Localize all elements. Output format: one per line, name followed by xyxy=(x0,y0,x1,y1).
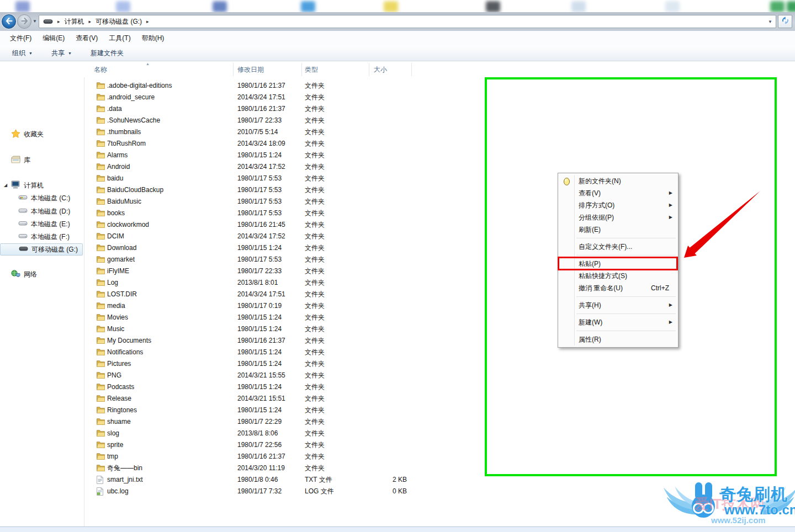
column-header[interactable]: 类型 xyxy=(305,62,318,77)
file-type: LOG 文件 xyxy=(305,486,334,497)
file-size xyxy=(364,347,407,358)
file-size xyxy=(364,312,407,323)
file-name: PNG xyxy=(107,370,121,381)
modified-date: 1980/1/17 5:53 xyxy=(237,254,282,265)
context-menu-item[interactable]: 撤消 重命名(U)Ctrl+Z xyxy=(559,282,677,294)
refresh-button[interactable] xyxy=(778,15,792,28)
menubar-item[interactable]: 工具(T) xyxy=(103,34,136,43)
context-menu-item[interactable]: 自定义文件夹(F)... xyxy=(559,241,677,253)
file-type: TXT 文件 xyxy=(305,474,332,486)
file-type: 文件夹 xyxy=(305,312,325,323)
folder-icon xyxy=(97,244,105,251)
file-type: 文件夹 xyxy=(305,103,325,115)
submenu-arrow-icon: ▶ xyxy=(669,316,672,328)
toolbar-button-label: 新建文件夹 xyxy=(91,49,124,58)
breadcrumb-separator-icon: ▸ xyxy=(144,19,151,24)
sidebar-item[interactable]: 网络 xyxy=(0,268,83,280)
file-size xyxy=(364,405,407,416)
column-header[interactable]: 名称 xyxy=(94,62,107,77)
menubar-item[interactable]: 查看(V) xyxy=(70,34,103,43)
desktop-icon-blob xyxy=(571,1,586,12)
folder-icon xyxy=(97,418,105,425)
back-arrow-icon xyxy=(6,17,13,26)
file-name: DCIM xyxy=(107,231,124,242)
menubar-item[interactable]: 帮助(H) xyxy=(136,34,170,43)
file-type: 文件夹 xyxy=(305,254,325,265)
context-menu-item[interactable]: 分组依据(P)▶ xyxy=(559,211,677,224)
desktop-icon-blob xyxy=(486,1,500,12)
menu-separator xyxy=(576,296,676,297)
paste-highlight-annotation xyxy=(558,257,678,270)
folder-icon xyxy=(97,360,105,367)
file-name: Alarms xyxy=(107,150,128,161)
file-name: .SohuNewsCache xyxy=(107,115,160,126)
context-menu-item[interactable]: 共享(H)▶ xyxy=(559,299,677,311)
menu-item-label: 粘贴(P) xyxy=(579,260,601,268)
context-menu-item[interactable]: 新的文件夹(N) xyxy=(559,175,677,187)
file-type: 文件夹 xyxy=(305,208,325,219)
context-menu-item[interactable]: 新建(W)▶ xyxy=(559,316,677,328)
sidebar-item[interactable]: 本地磁盘 (E:) xyxy=(0,218,83,230)
menu-item-label: 撤消 重命名(U) xyxy=(579,284,623,292)
modified-date: 2014/3/24 17:52 xyxy=(237,231,285,242)
sidebar-item[interactable]: ◢计算机 xyxy=(0,179,83,191)
folder-icon xyxy=(97,140,105,147)
sidebar-item[interactable]: 本地磁盘 (C:) xyxy=(0,192,83,204)
sidebar-item[interactable]: 本地磁盘 (F:) xyxy=(0,231,83,243)
file-type: 文件夹 xyxy=(305,242,325,254)
recent-pages-dropdown[interactable]: ▼ xyxy=(33,19,37,24)
column-header[interactable]: 大小 xyxy=(374,62,387,77)
context-menu-item[interactable]: 粘贴(P) xyxy=(559,258,677,270)
refresh-icon xyxy=(781,17,789,26)
sidebar-item[interactable]: 库 xyxy=(0,154,83,166)
sidebar-item[interactable]: 收藏夹 xyxy=(0,128,83,140)
folder-icon xyxy=(97,209,105,216)
menu-item-label: 共享(H) xyxy=(579,301,601,309)
toolbar-button[interactable]: 新建文件夹 xyxy=(85,46,129,60)
menubar-item[interactable]: 文件(F) xyxy=(4,34,37,43)
file-size xyxy=(364,173,407,184)
sidebar-item-label: 计算机 xyxy=(24,181,44,190)
context-menu-item[interactable]: 排序方式(O)▶ xyxy=(559,199,677,211)
modified-date: 1980/1/15 1:24 xyxy=(237,312,282,323)
sidebar-item[interactable]: 本地磁盘 (D:) xyxy=(0,205,83,217)
toolbar-button[interactable]: 组织▼ xyxy=(7,46,38,60)
sidebar-item-label: 本地磁盘 (D:) xyxy=(31,207,70,216)
context-menu-item[interactable]: 查看(V)▶ xyxy=(559,187,677,199)
breadcrumb-item[interactable]: 可移动磁盘 (G:) xyxy=(93,17,144,26)
folder-icon xyxy=(97,395,105,402)
submenu-arrow-icon: ▶ xyxy=(669,199,672,211)
toolbar-button[interactable]: 共享▼ xyxy=(46,46,77,60)
context-menu-item[interactable]: 粘贴快捷方式(S) xyxy=(559,270,677,282)
modified-date: 2014/3/24 18:09 xyxy=(237,138,285,150)
column-header[interactable]: 修改日期 xyxy=(237,62,264,77)
file-type: 文件夹 xyxy=(305,335,325,347)
file-name: 奇兔——bin xyxy=(107,462,142,474)
folder-icon xyxy=(97,325,105,332)
file-type: 文件夹 xyxy=(305,416,325,428)
forward-button[interactable] xyxy=(17,14,31,29)
file-type: 文件夹 xyxy=(305,138,325,150)
address-bar[interactable]: ▸计算机▸可移动磁盘 (G:)▸ ▼ xyxy=(39,15,776,28)
file-name: iFlyIME xyxy=(107,265,129,277)
context-menu-item[interactable]: 属性(R) xyxy=(559,333,677,345)
context-menu-item[interactable]: 刷新(E) xyxy=(559,224,677,236)
breadcrumb-item[interactable]: 计算机 xyxy=(62,17,87,26)
menubar-item[interactable]: 编辑(E) xyxy=(37,34,70,43)
back-button[interactable] xyxy=(2,14,16,29)
menu-item-label: 排序方式(O) xyxy=(579,201,614,209)
expand-arrow-icon[interactable]: ◢ xyxy=(4,183,7,188)
modified-date: 1980/1/16 21:37 xyxy=(237,103,285,115)
folder-icon xyxy=(97,279,105,286)
sidebar-item-label: 可移动磁盘 (G:) xyxy=(31,245,78,254)
file-name: clockworkmod xyxy=(107,219,149,231)
modified-date: 1980/1/7 22:29 xyxy=(237,416,282,428)
file-type: 文件夹 xyxy=(305,289,325,300)
desktop-icon-blob xyxy=(787,1,795,12)
sidebar-item[interactable]: 可移动磁盘 (G:) xyxy=(0,243,83,256)
file-name: BaiduCloudBackup xyxy=(107,184,163,196)
menu-item-label: 属性(R) xyxy=(579,336,601,343)
address-dropdown-icon[interactable]: ▼ xyxy=(765,19,776,24)
folder-icon xyxy=(97,174,105,182)
txt-file-icon xyxy=(97,476,103,484)
